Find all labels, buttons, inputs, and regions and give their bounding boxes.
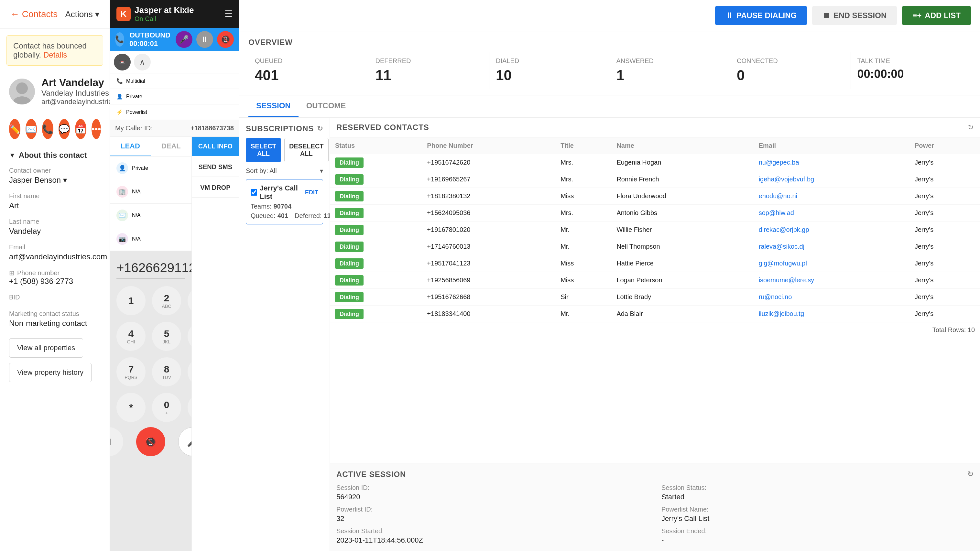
bounce-details-link[interactable]: Details [43, 51, 67, 59]
send-sms-side-btn[interactable]: SEND SMS [192, 157, 239, 177]
dialpad-area: +16266291121 1 2ABC 3DEF 4GHI 5JKL 6MNO … [110, 251, 191, 551]
private-label: Private [126, 94, 142, 100]
deselect-all-button[interactable]: DESELECT ALL [284, 138, 329, 162]
powerlist-option[interactable]: ⚡ Powerlist [110, 105, 239, 120]
table-row: Dialing +18182380132 Miss Flora Underwoo… [330, 188, 980, 205]
call-info-side-btn[interactable]: CALL INFO [192, 137, 239, 156]
dialer-menu-icon[interactable]: ☰ [224, 9, 232, 19]
contact-info: Art Vandelay Vandelay Industries art@van… [41, 77, 110, 106]
dial-key-4[interactable]: 4GHI [116, 322, 146, 351]
dial-key-3[interactable]: 3DEF [188, 286, 191, 315]
about-section-header[interactable]: ▼ About this contact [0, 144, 110, 163]
side-actions: CALL INFO SEND SMS VM DROP [191, 137, 239, 551]
end-session-button[interactable]: ⏹ END SESSION [812, 6, 897, 25]
end-icon: ⏹ [822, 11, 830, 20]
tab-lead[interactable]: LEAD [110, 137, 151, 156]
dial-key-2[interactable]: 2ABC [152, 286, 181, 315]
col-phone: Phone Number [422, 137, 555, 154]
dial-key-hash[interactable]: # [188, 393, 191, 422]
outbound-label: OUTBOUND [129, 31, 170, 40]
pause-dialing-button[interactable]: ⏸ PAUSE DIALING [715, 6, 807, 25]
right-content: SUBSCRIPTIONS ↻ SELECT ALL DESELECT ALL … [239, 118, 980, 551]
refresh-subscriptions-icon[interactable]: ↻ [317, 124, 323, 133]
session-id-field: Session ID: 564920 [336, 484, 649, 501]
bounce-banner: Contact has bounced globally. Details [6, 35, 103, 66]
email-button[interactable]: ✉️ [25, 119, 37, 139]
office-icon: 🏢 [116, 186, 128, 198]
dialing-badge: Dialing [335, 174, 364, 185]
actions-button[interactable]: Actions ▾ [65, 10, 100, 19]
more-actions-button[interactable]: ••• [92, 119, 101, 139]
contact-email-link[interactable]: ru@noci.no [759, 293, 792, 300]
select-all-button[interactable]: SELECT ALL [246, 138, 281, 162]
col-name: Name [611, 137, 753, 154]
dialpad-pause-button[interactable]: ⏸ [110, 427, 123, 456]
call-list-checkbox[interactable] [251, 189, 257, 195]
stat-queued: QUEUED 401 [248, 52, 369, 89]
voicemail-button[interactable]: 📼 [114, 54, 130, 70]
dialing-badge: Dialing [335, 258, 364, 269]
edit-contact-button[interactable]: ✏️ [9, 119, 21, 139]
vm-drop-side-btn[interactable]: VM DROP [192, 178, 239, 198]
tab-outcome[interactable]: OUTCOME [299, 95, 354, 117]
table-row: Dialing +17146760013 Mr. Nell Thompson r… [330, 238, 980, 255]
dial-key-9[interactable]: 9WXYZ [188, 357, 191, 386]
dialpad-mic-button[interactable]: 🎤 [178, 427, 191, 456]
edit-call-list-link[interactable]: EDIT [305, 189, 318, 196]
view-property-history-button[interactable]: View property history [9, 363, 92, 382]
private-option[interactable]: 👤 Private [110, 89, 239, 105]
avatar [9, 79, 35, 105]
table-row: Dialing +19167801020 Mr. Willie Fisher d… [330, 221, 980, 238]
call-button[interactable]: 📞 [42, 119, 53, 139]
active-session-panel: ACTIVE SESSION ↻ Session ID: 564920 Sess… [330, 463, 980, 551]
tab-deal[interactable]: DEAL [151, 137, 191, 156]
contact-email-link[interactable]: isoemume@lere.sy [759, 276, 814, 284]
dialpad-hangup-button[interactable]: 📵 [136, 427, 165, 456]
action-icons-row: ✏️ ✉️ 📞 💬 📅 ••• [0, 114, 110, 144]
refresh-session-icon[interactable]: ↻ [967, 470, 974, 479]
calendar-button[interactable]: 📅 [75, 119, 86, 139]
dial-key-star[interactable]: * [116, 393, 146, 422]
add-list-button[interactable]: ≡+ ADD LIST [902, 6, 971, 25]
last-name-field: Last name Vandelay [0, 214, 110, 240]
dial-bottom-controls: ⏸ 📵 🎤 [110, 427, 191, 456]
col-email: Email [754, 137, 910, 154]
sms-button[interactable]: 💬 [59, 119, 70, 139]
total-rows: Total Rows: 10 [330, 322, 980, 338]
contact-email-link[interactable]: raleva@sikoc.dj [759, 243, 804, 250]
dial-key-6[interactable]: 6MNO [188, 322, 191, 351]
collapse-button[interactable]: ∧ [134, 54, 151, 70]
about-arrow-icon: ▼ [9, 152, 16, 159]
contact-email-link[interactable]: ehodu@no.ni [759, 192, 797, 200]
email-icon: ✉️ [116, 210, 128, 221]
photo-icon: 📷 [116, 233, 128, 245]
dial-key-8[interactable]: 8TUV [152, 357, 181, 386]
table-row: Dialing +19516762668 Sir Lottie Brady ru… [330, 289, 980, 306]
contact-company: Vandelay Industries [41, 89, 110, 98]
refresh-contacts-icon[interactable]: ↻ [968, 123, 974, 132]
dial-key-1[interactable]: 1 [116, 286, 146, 315]
mute-button[interactable]: 🎤 [176, 31, 192, 48]
session-status-field: Session Status: Started [662, 484, 974, 501]
hold-button[interactable]: ⏸ [196, 31, 213, 48]
contact-email-link[interactable]: nu@gepec.ba [759, 159, 799, 166]
contact-email-link[interactable]: igeha@vojebvuf.bg [759, 176, 815, 183]
view-all-properties-button[interactable]: View all properties [9, 338, 83, 357]
hangup-button[interactable]: 📵 [217, 31, 234, 48]
sort-dropdown[interactable]: Sort by: All ▾ [246, 167, 323, 175]
call-list-item: Jerry's Call List EDIT Teams: 90704 Queu… [246, 179, 323, 224]
active-session-grid: Session ID: 564920 Session Status: Start… [336, 484, 974, 545]
contact-email-link[interactable]: sop@hiw.ad [759, 209, 794, 216]
dial-key-5[interactable]: 5JKL [152, 322, 181, 351]
dial-key-0[interactable]: 0+ [152, 393, 181, 422]
multidial-option[interactable]: 📞 Multidial [110, 73, 239, 89]
col-status: Status [330, 137, 422, 154]
contact-email-link[interactable]: gig@mofugwu.pl [759, 260, 807, 267]
tab-session[interactable]: SESSION [248, 95, 299, 117]
powerlist-id-field: Powerlist ID: 32 [336, 506, 649, 523]
contact-email-link[interactable]: iiuzik@jeibou.tg [759, 310, 804, 317]
contact-email-link[interactable]: direkac@orjpk.gp [759, 226, 809, 233]
back-to-contacts[interactable]: ← Contacts [10, 9, 57, 19]
dialing-badge: Dialing [335, 292, 364, 302]
dial-key-7[interactable]: 7PQRS [116, 357, 146, 386]
